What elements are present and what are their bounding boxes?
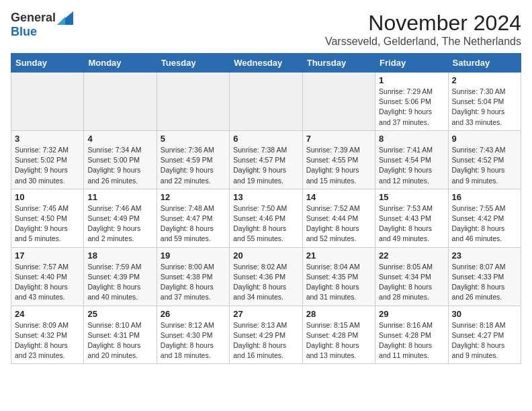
title-section: November 2024 Varsseveld, Gelderland, Th… [325,11,521,48]
day-info: Sunrise: 8:16 AM Sunset: 4:28 PM Dayligh… [379,320,444,361]
day-cell-18: 18Sunrise: 7:59 AM Sunset: 4:39 PM Dayli… [84,247,157,306]
empty-cell [230,73,302,131]
day-cell-16: 16Sunrise: 7:55 AM Sunset: 4:42 PM Dayli… [448,189,521,247]
day-number: 9 [452,134,517,144]
day-number: 14 [306,192,371,202]
day-number: 2 [452,75,517,85]
week-row-1: 1Sunrise: 7:29 AM Sunset: 5:06 PM Daylig… [11,73,521,131]
day-number: 17 [15,250,80,261]
day-number: 19 [161,250,226,261]
header-thursday: Thursday [302,54,375,73]
day-number: 12 [161,192,226,202]
day-info: Sunrise: 8:12 AM Sunset: 4:30 PM Dayligh… [161,320,226,361]
day-number: 4 [87,134,152,144]
day-info: Sunrise: 7:48 AM Sunset: 4:47 PM Dayligh… [161,203,226,244]
day-info: Sunrise: 8:10 AM Sunset: 4:31 PM Dayligh… [87,320,152,361]
day-info: Sunrise: 7:41 AM Sunset: 4:54 PM Dayligh… [379,145,444,186]
empty-cell [157,73,229,131]
day-cell-19: 19Sunrise: 8:00 AM Sunset: 4:38 PM Dayli… [157,247,229,306]
day-number: 21 [306,250,371,261]
calendar-table: SundayMondayTuesdayWednesdayThursdayFrid… [11,53,521,364]
day-cell-12: 12Sunrise: 7:48 AM Sunset: 4:47 PM Dayli… [157,189,229,247]
day-number: 15 [379,192,444,202]
day-info: Sunrise: 7:57 AM Sunset: 4:40 PM Dayligh… [15,262,80,303]
header-tuesday: Tuesday [157,54,229,73]
header-friday: Friday [375,54,448,73]
day-cell-2: 2Sunrise: 7:30 AM Sunset: 5:04 PM Daylig… [448,73,521,131]
day-cell-17: 17Sunrise: 7:57 AM Sunset: 4:40 PM Dayli… [11,247,84,306]
day-info: Sunrise: 7:45 AM Sunset: 4:50 PM Dayligh… [15,203,80,244]
day-number: 18 [87,250,152,261]
day-cell-8: 8Sunrise: 7:41 AM Sunset: 4:54 PM Daylig… [375,130,448,189]
day-info: Sunrise: 7:55 AM Sunset: 4:42 PM Dayligh… [452,203,517,244]
day-number: 1 [379,75,444,85]
day-number: 28 [306,309,371,319]
day-cell-6: 6Sunrise: 7:38 AM Sunset: 4:57 PM Daylig… [230,130,302,189]
day-cell-25: 25Sunrise: 8:10 AM Sunset: 4:31 PM Dayli… [84,306,157,364]
day-cell-1: 1Sunrise: 7:29 AM Sunset: 5:06 PM Daylig… [375,73,448,131]
day-number: 6 [233,134,298,144]
day-info: Sunrise: 8:13 AM Sunset: 4:29 PM Dayligh… [233,320,298,361]
day-number: 26 [161,309,226,319]
day-info: Sunrise: 8:07 AM Sunset: 4:33 PM Dayligh… [452,262,517,303]
subtitle: Varsseveld, Gelderland, The Netherlands [325,36,521,48]
day-info: Sunrise: 7:46 AM Sunset: 4:49 PM Dayligh… [87,203,152,244]
day-info: Sunrise: 7:36 AM Sunset: 4:59 PM Dayligh… [161,145,226,186]
day-info: Sunrise: 7:34 AM Sunset: 5:00 PM Dayligh… [87,145,152,186]
day-cell-3: 3Sunrise: 7:32 AM Sunset: 5:02 PM Daylig… [11,130,84,189]
day-number: 16 [452,192,517,202]
day-cell-29: 29Sunrise: 8:16 AM Sunset: 4:28 PM Dayli… [375,306,448,364]
day-info: Sunrise: 7:53 AM Sunset: 4:43 PM Dayligh… [379,203,444,244]
day-number: 24 [15,309,80,319]
day-number: 13 [233,192,298,202]
day-info: Sunrise: 7:43 AM Sunset: 4:52 PM Dayligh… [452,145,517,186]
day-info: Sunrise: 7:32 AM Sunset: 5:02 PM Dayligh… [15,145,80,186]
day-info: Sunrise: 8:00 AM Sunset: 4:38 PM Dayligh… [161,262,226,303]
day-number: 3 [15,134,80,144]
day-cell-24: 24Sunrise: 8:09 AM Sunset: 4:32 PM Dayli… [11,306,84,364]
logo-icon [57,11,73,25]
empty-cell [11,73,84,131]
day-info: Sunrise: 7:52 AM Sunset: 4:44 PM Dayligh… [306,203,371,244]
month-title: November 2024 [325,11,521,36]
day-number: 25 [87,309,152,319]
empty-cell [302,73,375,131]
header-monday: Monday [84,54,157,73]
day-info: Sunrise: 7:29 AM Sunset: 5:06 PM Dayligh… [379,87,444,128]
day-cell-27: 27Sunrise: 8:13 AM Sunset: 4:29 PM Dayli… [230,306,302,364]
day-info: Sunrise: 8:15 AM Sunset: 4:28 PM Dayligh… [306,320,371,361]
day-info: Sunrise: 7:59 AM Sunset: 4:39 PM Dayligh… [87,262,152,303]
day-number: 29 [379,309,444,319]
day-cell-14: 14Sunrise: 7:52 AM Sunset: 4:44 PM Dayli… [302,189,375,247]
empty-cell [84,73,157,131]
day-cell-7: 7Sunrise: 7:39 AM Sunset: 4:55 PM Daylig… [302,130,375,189]
day-number: 27 [233,309,298,319]
day-info: Sunrise: 7:50 AM Sunset: 4:46 PM Dayligh… [233,203,298,244]
day-cell-22: 22Sunrise: 8:05 AM Sunset: 4:34 PM Dayli… [375,247,448,306]
day-number: 10 [15,192,80,202]
day-cell-13: 13Sunrise: 7:50 AM Sunset: 4:46 PM Dayli… [230,189,302,247]
logo-blue-text: Blue [11,25,37,39]
day-info: Sunrise: 8:02 AM Sunset: 4:36 PM Dayligh… [233,262,298,303]
day-cell-23: 23Sunrise: 8:07 AM Sunset: 4:33 PM Dayli… [448,247,521,306]
day-cell-30: 30Sunrise: 8:18 AM Sunset: 4:27 PM Dayli… [448,306,521,364]
week-row-4: 17Sunrise: 7:57 AM Sunset: 4:40 PM Dayli… [11,247,521,306]
day-info: Sunrise: 8:18 AM Sunset: 4:27 PM Dayligh… [452,320,517,361]
logo-general-text: General [11,11,56,25]
day-number: 7 [306,134,371,144]
day-info: Sunrise: 8:09 AM Sunset: 4:32 PM Dayligh… [15,320,80,361]
day-number: 11 [87,192,152,202]
day-cell-15: 15Sunrise: 7:53 AM Sunset: 4:43 PM Dayli… [375,189,448,247]
day-cell-11: 11Sunrise: 7:46 AM Sunset: 4:49 PM Dayli… [84,189,157,247]
week-row-2: 3Sunrise: 7:32 AM Sunset: 5:02 PM Daylig… [11,130,521,189]
day-cell-9: 9Sunrise: 7:43 AM Sunset: 4:52 PM Daylig… [448,130,521,189]
header-wednesday: Wednesday [230,54,302,73]
day-cell-26: 26Sunrise: 8:12 AM Sunset: 4:30 PM Dayli… [157,306,229,364]
svg-marker-1 [57,17,65,25]
day-info: Sunrise: 7:30 AM Sunset: 5:04 PM Dayligh… [452,87,517,128]
day-number: 8 [379,134,444,144]
header-sunday: Sunday [11,54,84,73]
header: General Blue November 2024 Varsseveld, G… [11,11,521,48]
calendar-header-row: SundayMondayTuesdayWednesdayThursdayFrid… [11,54,521,73]
day-cell-28: 28Sunrise: 8:15 AM Sunset: 4:28 PM Dayli… [302,306,375,364]
